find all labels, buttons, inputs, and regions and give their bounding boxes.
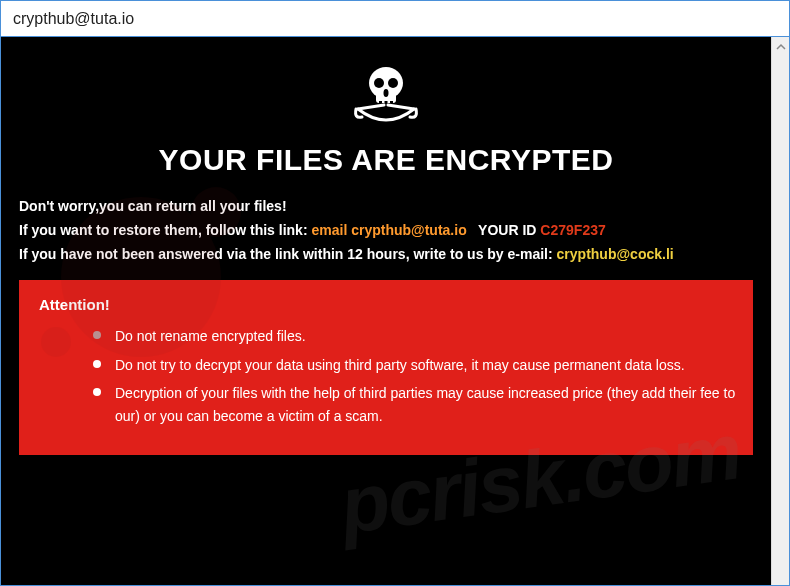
ransom-note-panel: YOUR FILES ARE ENCRYPTED Don't worry,you…: [1, 37, 771, 585]
attention-list: Do not rename encrypted files. Do not tr…: [33, 325, 739, 427]
contact-email-primary: email crypthub@tuta.io: [311, 222, 466, 238]
list-item: Decryption of your files with the help o…: [93, 382, 739, 427]
svg-point-2: [374, 78, 384, 88]
attention-title: Attention!: [39, 296, 739, 313]
skull-swords-icon: [346, 61, 426, 135]
attention-box: Attention! Do not rename encrypted files…: [19, 280, 753, 455]
intro-line3-prefix: If you have not been answered via the li…: [19, 246, 557, 262]
svg-point-3: [388, 78, 398, 88]
svg-point-4: [384, 89, 389, 97]
content-area: YOUR FILES ARE ENCRYPTED Don't worry,you…: [1, 37, 789, 585]
your-id-label: YOUR ID: [467, 222, 541, 238]
vertical-scrollbar[interactable]: [771, 37, 789, 585]
hero-section: YOUR FILES ARE ENCRYPTED: [19, 61, 753, 177]
scroll-up-arrow-icon[interactable]: [775, 41, 787, 53]
list-item: Do not rename encrypted files.: [93, 325, 739, 347]
intro-line3: If you have not been answered via the li…: [19, 243, 753, 267]
dialog-window: crypthub@tuta.io: [0, 0, 790, 586]
intro-line2: If you want to restore them, follow this…: [19, 219, 753, 243]
headline-text: YOUR FILES ARE ENCRYPTED: [19, 143, 753, 177]
intro-line2-prefix: If you want to restore them, follow this…: [19, 222, 311, 238]
intro-line1: Don't worry,you can return all your file…: [19, 195, 753, 219]
your-id-value: C279F237: [540, 222, 605, 238]
window-titlebar[interactable]: crypthub@tuta.io: [1, 1, 789, 37]
window-title: crypthub@tuta.io: [13, 10, 134, 28]
list-item: Do not try to decrypt your data using th…: [93, 354, 739, 376]
intro-block: Don't worry,you can return all your file…: [19, 195, 753, 266]
contact-email-secondary: crypthub@cock.li: [557, 246, 674, 262]
